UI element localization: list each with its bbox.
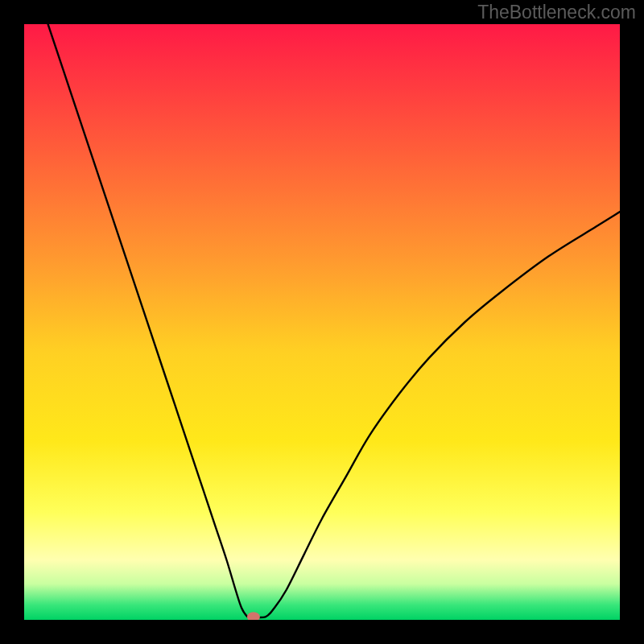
gradient-background (24, 24, 620, 620)
watermark-label: TheBottleneck.com (477, 2, 636, 23)
optimum-marker (247, 612, 260, 621)
bottleneck-chart (0, 0, 644, 644)
chart-frame: TheBottleneck.com (0, 0, 644, 644)
